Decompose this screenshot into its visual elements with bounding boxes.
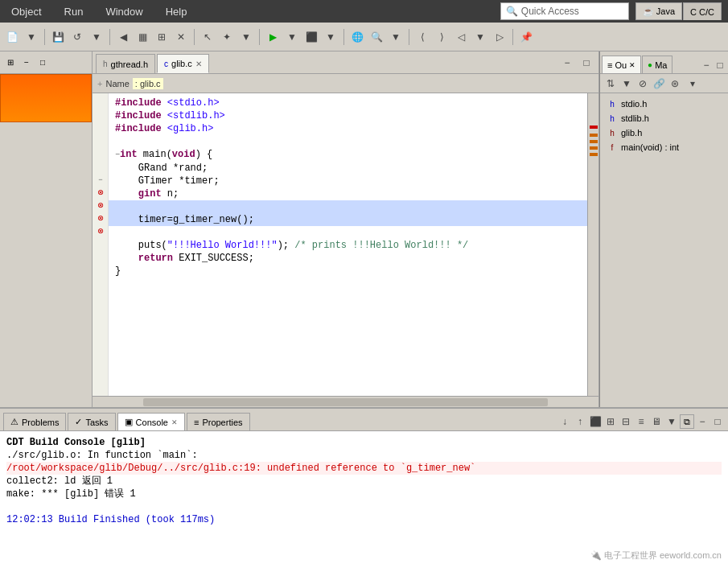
tab-outline[interactable]: ≡ Ou ✕	[602, 56, 641, 73]
console-layout2[interactable]: ⊟	[619, 414, 633, 429]
toolbar-nav1[interactable]: ⟨	[413, 28, 431, 46]
toolbar-layout[interactable]: ▦	[134, 28, 151, 46]
right-minimize[interactable]: −	[700, 59, 713, 72]
toolbar-nav3[interactable]: ◁	[452, 28, 470, 46]
toolbar-search[interactable]: 🔍	[368, 28, 385, 46]
console-line-error: /root/workspace/glib/Debug/../src/glib.c…	[6, 462, 722, 475]
tab-tasks[interactable]: ✓ Tasks	[68, 413, 115, 430]
outline-sort-type[interactable]: ▼	[619, 76, 634, 91]
quick-access-box[interactable]: 🔍 Quick Access	[500, 2, 629, 20]
menu-window[interactable]: Window	[101, 4, 147, 19]
outline-item-stdlib[interactable]: h stdlib.h	[603, 111, 725, 126]
toolbar-nav2[interactable]: ⟩	[433, 28, 450, 46]
tab-tasks-label: Tasks	[85, 418, 108, 427]
perspective-java[interactable]: ☕ Java	[635, 2, 682, 20]
toolbar-back[interactable]: ◀	[114, 28, 132, 46]
toolbar-grid[interactable]: ⊞	[153, 28, 171, 46]
editor-maximize[interactable]: □	[578, 54, 595, 72]
console-monitor[interactable]: 🖥	[649, 414, 664, 429]
editor-minimize[interactable]: −	[558, 54, 576, 72]
editor-hscrollbar[interactable]	[93, 396, 598, 407]
outline-sort-alpha[interactable]: ⇅	[603, 76, 618, 91]
gthread-icon: h	[103, 60, 108, 68]
console-up[interactable]: ↑	[573, 414, 587, 429]
breadcrumb-value: : glib.c	[133, 78, 163, 89]
outline-item-glib[interactable]: h glib.h	[603, 126, 725, 140]
toolbar-dropdown5[interactable]: ▼	[322, 28, 339, 46]
sidebar-btn-1[interactable]: ⊞	[3, 56, 18, 70]
gutter-icons: − ⊗ ⊗ ⊗ ⊗	[93, 93, 109, 396]
tasks-icon: ✓	[75, 417, 82, 427]
toolbar-new[interactable]: 📄	[3, 28, 21, 46]
tab-console[interactable]: ▣ Console ✕	[117, 413, 185, 430]
outline-item-main[interactable]: f main(void) : int	[603, 140, 725, 154]
outline-link[interactable]: 🔗	[652, 76, 666, 91]
console-new-window[interactable]: ⧉	[680, 414, 694, 429]
menu-help[interactable]: Help	[161, 4, 192, 19]
console-stop[interactable]: ⬛	[588, 414, 603, 429]
toolbar-dropdown6[interactable]: ▼	[387, 28, 405, 46]
toolbar-dropdown1[interactable]: ▼	[23, 28, 40, 46]
tab-close-btn[interactable]: ✕	[195, 60, 202, 68]
watermark-icon: 🔌	[590, 550, 602, 560]
console-dropdown[interactable]: ▼	[664, 414, 679, 429]
toolbar-nav4[interactable]: ▷	[491, 28, 508, 46]
console-minimize[interactable]: −	[695, 414, 709, 429]
tab-markers[interactable]: ● Ma	[642, 56, 672, 73]
outline-collapse[interactable]: ⊛	[668, 76, 682, 91]
console-filter[interactable]: ≡	[634, 414, 648, 429]
tab-problems[interactable]: ⚠ Problems	[3, 413, 66, 430]
menu-run[interactable]: Run	[60, 4, 88, 19]
toolbar-dropdown2[interactable]: ▼	[88, 28, 105, 46]
outline-tab-close[interactable]: ✕	[629, 61, 635, 69]
toolbar-refresh[interactable]: ↺	[68, 28, 86, 46]
perspective-area: ☕ Java C C/C	[635, 2, 722, 20]
outline-item-label: stdio.h	[621, 99, 647, 109]
toolbar-pin[interactable]: 📌	[517, 28, 535, 46]
toolbar-delete[interactable]: ✕	[172, 28, 190, 46]
console-maximize[interactable]: □	[710, 414, 725, 429]
toolbar-dropdown4[interactable]: ▼	[283, 28, 301, 46]
right-tab-bar: ≡ Ou ✕ ● Ma − □	[600, 51, 728, 74]
toolbar-save[interactable]: 💾	[49, 28, 67, 46]
right-maximize[interactable]: □	[714, 59, 726, 72]
tab-glib-label: glib.c	[171, 59, 192, 68]
console-layout1[interactable]: ⊞	[603, 414, 618, 429]
menu-bar: Object Run Window Help 🔍 Quick Access ☕ …	[0, 0, 728, 23]
outline-item-stdio[interactable]: h stdio.h	[603, 97, 725, 111]
toolbar-star[interactable]: ✦	[218, 28, 236, 46]
toolbar-stop[interactable]: ⬛	[302, 28, 320, 46]
tab-problems-label: Problems	[22, 418, 59, 427]
toolbar-run[interactable]: ▶	[264, 28, 282, 46]
toolbar: 📄 ▼ 💾 ↺ ▼ ◀ ▦ ⊞ ✕ ↖ ✦ ▼ ▶ ▼ ⬛ ▼ 🌐 🔍 ▼ ⟨ …	[0, 23, 728, 51]
tab-properties[interactable]: ≡ Properties	[187, 413, 250, 430]
console-output[interactable]: CDT Build Console [glib] ./src/glib.o: I…	[0, 431, 728, 568]
menu-object[interactable]: Object	[6, 4, 47, 19]
outline-filter[interactable]: ⊘	[635, 76, 650, 91]
toolbar-cursor[interactable]: ↖	[199, 28, 216, 46]
editor-plus-right: h gthread.h c glib.c ✕ − □ +	[93, 51, 728, 407]
editor-scrollbar[interactable]	[587, 93, 598, 396]
tab-gthread[interactable]: h gthread.h	[96, 54, 155, 73]
console-tab-close[interactable]: ✕	[171, 418, 178, 426]
tab-properties-label: Properties	[202, 418, 242, 427]
tab-glib[interactable]: c glib.c ✕	[157, 54, 209, 73]
sidebar-minimize[interactable]: −	[19, 56, 34, 70]
outline-chevron[interactable]: ▾	[685, 76, 700, 91]
code-area[interactable]: #include <stdio.h> #include <stdlib.h> #…	[109, 93, 587, 396]
toolbar-dropdown7[interactable]: ▼	[471, 28, 489, 46]
sidebar-maximize[interactable]: □	[35, 56, 50, 70]
tab-console-label: Console	[136, 418, 168, 427]
quick-access-label: Quick Access	[521, 6, 579, 17]
console-down[interactable]: ↓	[557, 414, 572, 429]
console-line-1: ./src/glib.o: In function `main`:	[6, 449, 722, 462]
markers-icon: ●	[648, 60, 652, 69]
perspective-c[interactable]: C C/C	[683, 2, 722, 20]
toolbar-dropdown3[interactable]: ▼	[237, 28, 255, 46]
editor-content[interactable]: − ⊗ ⊗ ⊗ ⊗ #include <stdio.h> #include <s…	[93, 93, 598, 396]
sidebar-header: ⊞ − □	[0, 51, 92, 74]
toolbar-globe[interactable]: 🌐	[348, 28, 366, 46]
watermark: 🔌 电子工程世界 eeworld.com.cn	[590, 549, 722, 562]
right-panel: ≡ Ou ✕ ● Ma − □ ⇅ ▼	[599, 51, 728, 407]
tab-gthread-label: gthread.h	[111, 60, 148, 69]
